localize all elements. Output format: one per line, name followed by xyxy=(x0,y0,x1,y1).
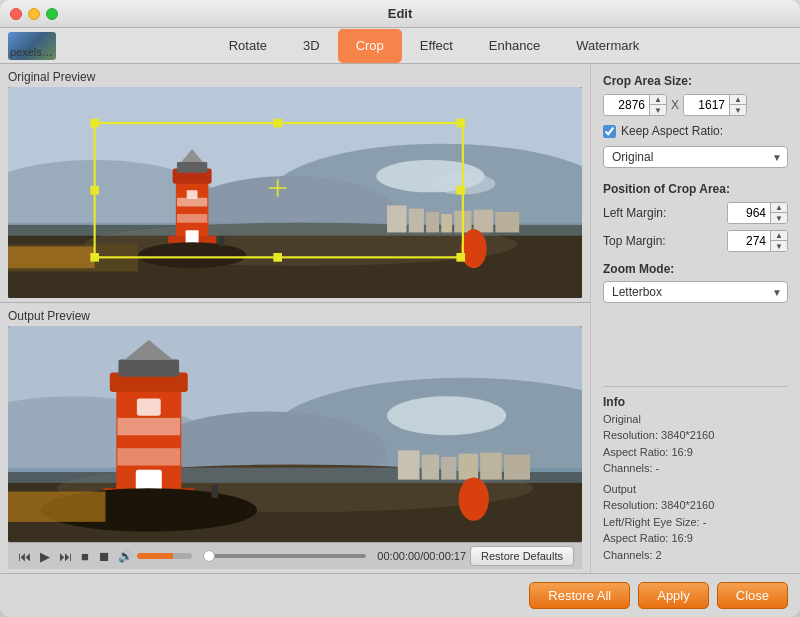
skip-end-button[interactable]: ⏹ xyxy=(96,547,113,566)
zoom-mode-label: Zoom Mode: xyxy=(603,262,788,276)
svg-rect-37 xyxy=(273,253,282,262)
info-original-resolution: Resolution: 3840*2160 xyxy=(603,427,788,444)
keep-aspect-ratio-checkbox[interactable] xyxy=(603,125,616,138)
svg-point-26 xyxy=(138,242,246,268)
playback-controls-row: ⏮ ▶ ⏭ ■ ⏹ 🔊 00:00:00/00:00:17 Restore De… xyxy=(8,542,582,569)
top-margin-row: Top Margin: ▲ ▼ xyxy=(603,230,788,252)
left-margin-label: Left Margin: xyxy=(603,206,666,220)
zoom-mode-select-wrap: Letterbox Pan & Scan Full ▼ xyxy=(603,281,788,303)
top-margin-up-button[interactable]: ▲ xyxy=(771,231,787,241)
svg-rect-60 xyxy=(117,448,180,465)
svg-rect-19 xyxy=(177,198,207,207)
original-preview-label: Original Preview xyxy=(8,70,582,84)
close-button[interactable] xyxy=(10,8,22,20)
svg-rect-25 xyxy=(187,190,198,199)
crop-area-size-label: Crop Area Size: xyxy=(603,74,788,88)
svg-rect-11 xyxy=(409,209,424,233)
svg-rect-20 xyxy=(177,214,207,223)
info-original-aspect: Aspect Ratio: 16:9 xyxy=(603,444,788,461)
top-margin-input[interactable] xyxy=(728,231,770,251)
original-preview-image xyxy=(8,87,582,298)
restore-defaults-button[interactable]: Restore Defaults xyxy=(470,546,574,566)
crop-size-row: ▲ ▼ X ▲ ▼ xyxy=(603,94,788,116)
svg-rect-38 xyxy=(90,186,99,195)
right-panel: Crop Area Size: ▲ ▼ X ▲ ▼ xyxy=(590,64,800,573)
play-button[interactable]: ▶ xyxy=(38,547,52,566)
tab-effect[interactable]: Effect xyxy=(402,29,471,63)
left-margin-up-button[interactable]: ▲ xyxy=(771,203,787,213)
svg-rect-54 xyxy=(459,453,478,479)
tab-bar: pexels-gyl... Rotate 3D Crop Effect Enha… xyxy=(0,28,800,64)
stop-button[interactable]: ■ xyxy=(79,547,91,566)
maximize-button[interactable] xyxy=(46,8,58,20)
close-button[interactable]: Close xyxy=(717,582,788,609)
output-preview-section: Output Preview xyxy=(0,303,590,573)
aspect-ratio-select-wrap: Original 16:9 4:3 1:1 Custom ▼ xyxy=(603,146,788,168)
info-title: Info xyxy=(603,395,788,409)
time-display: 00:00:00/00:00:17 xyxy=(377,550,466,562)
left-margin-input[interactable] xyxy=(728,203,770,223)
tab-3d[interactable]: 3D xyxy=(285,29,338,63)
skip-back-button[interactable]: ⏮ xyxy=(16,547,33,566)
svg-rect-51 xyxy=(398,450,420,479)
preview-panel: Original Preview xyxy=(0,64,590,573)
tab-crop[interactable]: Crop xyxy=(338,29,402,63)
height-up-button[interactable]: ▲ xyxy=(730,95,746,105)
height-spinners: ▲ ▼ xyxy=(729,95,746,115)
svg-rect-34 xyxy=(90,253,99,262)
tab-rotate[interactable]: Rotate xyxy=(211,29,285,63)
title-bar: Edit xyxy=(0,0,800,28)
info-original-title: Original xyxy=(603,411,788,428)
width-up-button[interactable]: ▲ xyxy=(650,95,666,105)
keep-aspect-ratio-row: Keep Aspect Ratio: xyxy=(603,124,788,138)
tab-enhance[interactable]: Enhance xyxy=(471,29,558,63)
width-input-wrap: ▲ ▼ xyxy=(603,94,667,116)
height-down-button[interactable]: ▼ xyxy=(730,105,746,115)
svg-rect-35 xyxy=(456,253,465,262)
tab-watermark[interactable]: Watermark xyxy=(558,29,657,63)
original-preview-frame xyxy=(8,87,582,298)
svg-rect-68 xyxy=(8,491,105,521)
zoom-mode-select[interactable]: Letterbox Pan & Scan Full xyxy=(603,281,788,303)
info-output-title: Output xyxy=(603,481,788,498)
file-thumbnail[interactable]: pexels-gyl... xyxy=(8,32,56,60)
svg-rect-36 xyxy=(273,119,282,128)
svg-rect-53 xyxy=(441,457,456,480)
restore-all-button[interactable]: Restore All xyxy=(529,582,630,609)
minimize-button[interactable] xyxy=(28,8,40,20)
volume-slider[interactable] xyxy=(137,553,192,559)
width-input[interactable] xyxy=(604,95,649,115)
progress-bar[interactable] xyxy=(203,554,367,558)
info-output-eye-size: Left/Right Eye Size: - xyxy=(603,514,788,531)
svg-rect-32 xyxy=(90,119,99,128)
top-margin-down-button[interactable]: ▼ xyxy=(771,241,787,251)
svg-point-30 xyxy=(461,229,487,268)
height-input-wrap: ▲ ▼ xyxy=(683,94,747,116)
info-original-channels: Channels: - xyxy=(603,460,788,477)
svg-point-47 xyxy=(387,396,506,435)
aspect-ratio-select[interactable]: Original 16:9 4:3 1:1 Custom xyxy=(603,146,788,168)
info-section: Info Original Resolution: 3840*2160 Aspe… xyxy=(603,386,788,564)
main-content: Original Preview xyxy=(0,64,800,573)
thumbnail-label: pexels-gyl... xyxy=(10,46,54,58)
svg-rect-27 xyxy=(219,236,224,247)
height-input[interactable] xyxy=(684,95,729,115)
width-down-button[interactable]: ▼ xyxy=(650,105,666,115)
zoom-mode-section: Zoom Mode: Letterbox Pan & Scan Full ▼ xyxy=(603,262,788,313)
step-forward-button[interactable]: ⏭ xyxy=(57,547,74,566)
top-margin-label: Top Margin: xyxy=(603,234,666,248)
svg-rect-52 xyxy=(422,454,439,479)
volume-control: 🔊 xyxy=(118,549,192,563)
progress-thumb[interactable] xyxy=(203,550,215,562)
info-output-resolution: Resolution: 3840*2160 xyxy=(603,497,788,514)
top-margin-input-wrap: ▲ ▼ xyxy=(727,230,788,252)
width-spinners: ▲ ▼ xyxy=(649,95,666,115)
keep-aspect-ratio-label: Keep Aspect Ratio: xyxy=(621,124,723,138)
apply-button[interactable]: Apply xyxy=(638,582,709,609)
svg-rect-29 xyxy=(8,247,95,269)
left-margin-down-button[interactable]: ▼ xyxy=(771,213,787,223)
tabs-container: Rotate 3D Crop Effect Enhance Watermark xyxy=(68,29,800,63)
svg-rect-65 xyxy=(137,398,161,415)
output-preview-frame xyxy=(8,326,582,542)
traffic-lights xyxy=(10,8,58,20)
